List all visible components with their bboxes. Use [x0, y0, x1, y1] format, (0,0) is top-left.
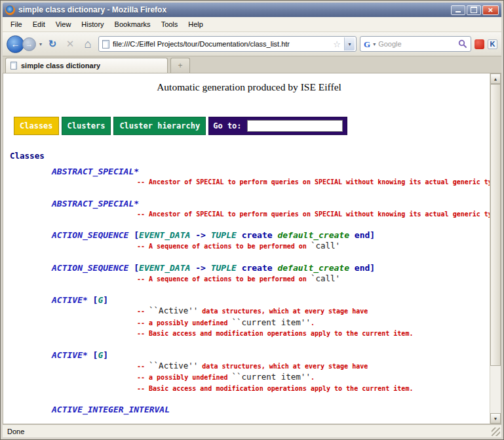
class-signature-link[interactable]: ACTIVE* [G]: [52, 294, 490, 306]
signature-part: create: [242, 230, 273, 240]
minimize-button[interactable]: [451, 5, 465, 15]
google-g-icon[interactable]: [364, 40, 370, 49]
button-label: Classes: [20, 121, 53, 130]
comment-part: ``Active'': [149, 361, 198, 370]
signature-part: ]: [103, 295, 108, 305]
search-input[interactable]: Google: [378, 40, 456, 48]
comment-part: `call': [311, 241, 340, 250]
class-signature-link[interactable]: ABSTRACT_SPECIAL*: [52, 166, 490, 177]
bookmark-star-icon[interactable]: [333, 40, 341, 49]
magnifier-icon[interactable]: [458, 39, 467, 49]
window-controls: [451, 5, 499, 15]
menu-bar: FileEditViewHistoryBookmarksToolsHelp: [3, 17, 501, 32]
tab-page-icon: [10, 62, 17, 70]
signature-part: ]: [103, 350, 108, 360]
site-favicon: [102, 40, 109, 49]
page-button-cluster-hierarchy[interactable]: Cluster hierarchy: [113, 117, 206, 135]
signature-part: create: [242, 263, 273, 273]
tab-simple-class-dictionary[interactable]: simple class dictionary: [5, 58, 168, 73]
goto-input[interactable]: [247, 120, 343, 132]
home-button[interactable]: [81, 37, 95, 51]
comment-part: -- a possibly undefined: [137, 319, 232, 327]
scrollbar-thumb[interactable]: [490, 84, 501, 366]
tab-bar: simple class dictionary: [3, 56, 501, 73]
class-entry: ABSTRACT_SPECIAL*-- Ancestor of SPECIAL …: [9, 198, 490, 220]
signature-part: ABSTRACT_SPECIAL*: [52, 199, 139, 209]
window-title: simple class dictionary - Mozilla Firefo…: [18, 5, 448, 14]
new-tab-button[interactable]: [170, 58, 190, 73]
addon-k-icon[interactable]: [488, 39, 497, 49]
url-dropdown-icon[interactable]: [344, 37, 355, 50]
signature-part: ]: [370, 263, 375, 273]
menu-tools[interactable]: Tools: [156, 18, 184, 30]
resize-grip[interactable]: [492, 428, 500, 436]
menu-history[interactable]: History: [76, 18, 109, 30]
title-bar[interactable]: simple class dictionary - Mozilla Firefo…: [3, 3, 501, 17]
search-bar[interactable]: Google: [360, 36, 471, 52]
menu-bookmarks[interactable]: Bookmarks: [109, 18, 156, 30]
button-label: Clusters: [68, 121, 106, 130]
signature-part: ACTION_SEQUENCE: [52, 230, 128, 240]
page-button-classes[interactable]: Classes: [14, 117, 59, 135]
class-signature-link[interactable]: ACTION_SEQUENCE [EVENT_DATA -> TUPLE cre…: [52, 262, 490, 273]
signature-part: ABSTRACT_SPECIAL*: [52, 167, 139, 176]
class-list: ABSTRACT_SPECIAL*-- Ancestor of SPECIAL …: [9, 166, 490, 415]
menu-help[interactable]: Help: [183, 18, 208, 30]
url-input[interactable]: file:///C:/Eiffel Projects/tour/Document…: [113, 40, 330, 48]
browser-window: simple class dictionary - Mozilla Firefo…: [0, 0, 504, 440]
vertical-scrollbar[interactable]: ▲ ▼: [490, 73, 501, 424]
comment-part: -- A sequence of actions to be performed…: [137, 275, 311, 283]
scroll-down-icon[interactable]: ▼: [490, 413, 501, 424]
class-signature-link[interactable]: ABSTRACT_SPECIAL*: [52, 198, 490, 209]
class-entry: ABSTRACT_SPECIAL*-- Ancestor of SPECIAL …: [9, 166, 490, 188]
close-button[interactable]: [482, 5, 499, 15]
button-label: Cluster hierarchy: [119, 121, 200, 130]
back-button[interactable]: [7, 35, 24, 53]
comment-part: --: [137, 363, 149, 370]
button-label: Go to:: [213, 121, 241, 130]
signature-part: [349, 230, 355, 240]
scroll-up-icon[interactable]: ▲: [490, 73, 501, 84]
addon-red-icon[interactable]: [475, 39, 484, 49]
signature-part: end: [355, 263, 370, 273]
comment-part: -- A sequence of actions to be performed…: [137, 243, 311, 250]
class-comment: -- Basic access and modification operati…: [137, 384, 490, 395]
signature-part: EVENT_DATA: [139, 263, 190, 273]
status-bar: Done: [3, 424, 501, 437]
search-engine-dropdown-icon[interactable]: [373, 41, 376, 47]
class-signature-link[interactable]: ACTIVE_INTEGER_INTERVAL: [52, 404, 490, 415]
section-title: Classes: [10, 151, 490, 161]
scrollbar-track[interactable]: [490, 366, 501, 413]
menu-file[interactable]: File: [5, 18, 28, 30]
tab-label: simple class dictionary: [21, 62, 100, 70]
forward-button[interactable]: [22, 37, 36, 51]
class-comment: -- Basic access and modification operati…: [137, 329, 490, 340]
menu-edit[interactable]: Edit: [28, 18, 50, 30]
signature-part: TUPLE: [211, 230, 237, 240]
signature-part: ]: [370, 230, 375, 240]
class-signature-link[interactable]: ACTION_SEQUENCE [EVENT_DATA -> TUPLE cre…: [52, 230, 490, 241]
comment-part: `call': [311, 273, 340, 283]
signature-part: ACTION_SEQUENCE: [52, 263, 128, 273]
menu-view[interactable]: View: [50, 18, 77, 30]
comment-part: -- Ancestor of SPECIAL to perform querie…: [137, 178, 490, 186]
stop-button[interactable]: [63, 37, 77, 51]
signature-part: EVENT_DATA: [139, 230, 190, 240]
comment-part: --: [137, 308, 149, 315]
page-nav-buttons: ClassesClustersCluster hierarchyGo to:: [14, 117, 490, 135]
page-content: Automatic generation produced by ISE Eif…: [3, 73, 490, 424]
reload-button[interactable]: [45, 37, 60, 51]
signature-part: ->: [190, 230, 210, 240]
class-signature-link[interactable]: ACTIVE* [G]: [52, 350, 490, 361]
url-bar[interactable]: file:///C:/Eiffel Projects/tour/Document…: [98, 36, 357, 52]
class-entry: ACTIVE* [G]-- ``Active'' data structures…: [9, 294, 490, 340]
maximize-button[interactable]: [467, 5, 481, 15]
history-dropdown-icon[interactable]: [39, 41, 42, 47]
signature-part: default_create: [277, 263, 349, 273]
class-comment: -- a possibly undefined ``current item''…: [137, 317, 490, 329]
page-button-clusters[interactable]: Clusters: [62, 117, 111, 135]
signature-part: default_create: [277, 230, 349, 240]
page-button-go-to[interactable]: Go to:: [208, 117, 347, 135]
page-heading: Automatic generation produced by ISE Eif…: [9, 81, 490, 93]
viewport: Automatic generation produced by ISE Eif…: [3, 73, 501, 424]
